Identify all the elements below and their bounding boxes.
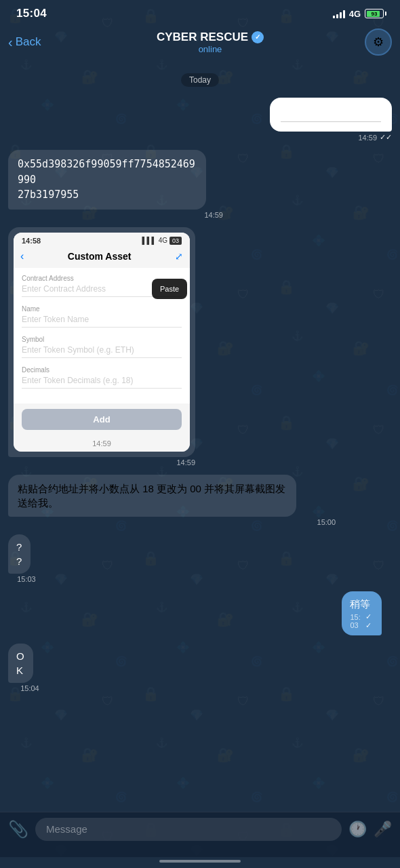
question-text: ??	[16, 540, 22, 568]
message-row: OK 15:04	[8, 644, 392, 692]
decimals-label: Decimals	[22, 366, 182, 374]
blank-bubble	[270, 98, 392, 132]
contact-status: online	[199, 44, 222, 54]
message-bubble-received: 0x55d398326f99059ff775485246999027b31979…	[8, 150, 206, 210]
phone-signal-icon: ▌▌▌	[142, 237, 156, 244]
name-field: Name Enter Token Name	[22, 305, 182, 328]
decimals-field: Decimals Enter Token Decimals (e.g. 18)	[22, 366, 182, 389]
signal-bar-1	[333, 16, 335, 18]
back-label: Back	[16, 35, 41, 49]
message-time: 15:03	[17, 575, 36, 583]
input-bar: 📎 Message 🕐 🎤	[0, 812, 400, 857]
message-time: 14:59	[204, 211, 223, 219]
message-bubble-sent: 14:59 ✓✓	[270, 98, 392, 142]
ok-message: OK 15:04	[8, 644, 39, 692]
app-container: 15:04 4G 93 ‹ Back CYBER RESC	[0, 0, 400, 868]
question-message: ?? 15:03	[8, 534, 36, 583]
screenshot-bubble: 14:58 ▌▌▌ 4G 03 ‹ Custom Asset ⤢	[8, 227, 195, 457]
message-bubble-received: ??	[8, 534, 31, 574]
message-row: 14:58 ▌▌▌ 4G 03 ‹ Custom Asset ⤢	[8, 227, 392, 467]
message-row: 14:59 ✓✓	[8, 98, 392, 142]
date-pill: Today	[181, 73, 219, 87]
checkmarks-icon: ✓✓	[380, 133, 392, 142]
status-time: 15:04	[16, 7, 47, 20]
checkmarks-icon: ✓✓	[365, 612, 374, 630]
phone-network-icon: 4G	[159, 237, 167, 244]
contract-address-text: 0x55d398326f99059ff775485246999027b31979…	[18, 157, 197, 203]
message-bubble-sent: 稍等 15:03 ✓✓	[342, 591, 382, 635]
screenshot-message: 14:58 ▌▌▌ 4G 03 ‹ Custom Asset ⤢	[8, 227, 195, 467]
name-label: Name	[22, 305, 182, 313]
message-input-container[interactable]: Message	[35, 818, 342, 841]
phone-nav: ‹ Custom Asset ⤢	[14, 248, 190, 268]
back-button[interactable]: ‹ Back	[8, 35, 56, 50]
message-row: 0x55d398326f99059ff775485246999027b31979…	[8, 150, 392, 219]
message-time: 14:59	[176, 458, 195, 467]
symbol-input: Enter Token Symbol (e.g. ETH)	[22, 345, 182, 358]
message-row: 粘贴合约地址并将小数点从 18 更改为 00 并将其屏幕截图发送给我。 15:0…	[8, 475, 392, 526]
phone-status-bar: 14:58 ▌▌▌ 4G 03	[14, 233, 190, 248]
signal-bars-icon	[333, 9, 345, 18]
message-row: ?? 15:03	[8, 534, 392, 583]
back-chevron-icon: ‹	[8, 35, 13, 50]
add-button[interactable]: Add	[22, 409, 182, 430]
phone-battery-icon: 03	[169, 237, 182, 245]
battery-percentage: 93	[372, 11, 378, 17]
contract-address-message: 0x55d398326f99059ff775485246999027b31979…	[8, 150, 223, 219]
signal-bar-2	[336, 14, 338, 18]
message-meta: 15:00	[8, 518, 336, 526]
home-indicator	[159, 860, 241, 863]
paste-button[interactable]: Paste	[152, 279, 187, 299]
phone-status-icons: ▌▌▌ 4G 03	[142, 237, 182, 245]
phone-form: Contract Address Enter Contract Address …	[14, 268, 190, 403]
name-input: Enter Token Name	[22, 315, 182, 328]
signal-bar-3	[340, 12, 342, 18]
wait-text: 稍等	[350, 597, 374, 611]
header-center: CYBER RESCUE ✓ online	[56, 31, 365, 54]
chat-area: Today 14:59 ✓✓ 0x55d398326f99059ff775485…	[0, 62, 400, 812]
contact-name: CYBER RESCUE ✓	[157, 31, 264, 44]
message-meta: 15:04	[8, 684, 39, 692]
message-time: 14:59	[358, 134, 377, 142]
paste-btn-area: Enter Contract Address Paste	[22, 284, 182, 297]
instruction-message: 粘贴合约地址并将小数点从 18 更改为 00 并将其屏幕截图发送给我。 15:0…	[8, 475, 336, 526]
decimals-input: Enter Token Decimals (e.g. 18)	[22, 376, 182, 389]
message-input[interactable]: Message	[46, 823, 87, 835]
message-time: 15:03	[350, 613, 363, 629]
contract-address-field: Contract Address Enter Contract Address …	[22, 275, 182, 297]
phone-bottom-time: 14:59	[14, 435, 190, 452]
message-meta: 15:03 ✓✓	[350, 612, 374, 630]
avatar-icon: ⚙	[373, 35, 384, 50]
symbol-label: Symbol	[22, 336, 182, 343]
message-bubble-received: OK	[8, 644, 33, 683]
date-separator: Today	[8, 73, 392, 87]
ok-text: OK	[16, 649, 25, 677]
message-meta: 15:03	[8, 575, 36, 583]
emoji-button[interactable]: 🕐	[348, 821, 367, 838]
wait-message: 稍等 15:03 ✓✓	[342, 591, 392, 635]
attach-button[interactable]: 📎	[8, 820, 28, 839]
avatar[interactable]: ⚙	[365, 28, 392, 56]
message-meta: 14:59 ✓✓	[270, 133, 392, 142]
status-icons: 4G 93	[333, 9, 384, 19]
instruction-text: 粘贴合约地址并将小数点从 18 更改为 00 并将其屏幕截图发送给我。	[18, 481, 287, 510]
signal-bar-4	[343, 10, 345, 18]
phone-back-icon: ‹	[20, 250, 24, 262]
verified-badge-icon: ✓	[252, 31, 264, 43]
symbol-field: Symbol Enter Token Symbol (e.g. ETH)	[22, 336, 182, 358]
message-meta: 14:59	[8, 211, 223, 219]
message-bubble-received: 粘贴合约地址并将小数点从 18 更改为 00 并将其屏幕截图发送给我。	[8, 475, 296, 517]
phone-screenshot: 14:58 ▌▌▌ 4G 03 ‹ Custom Asset ⤢	[14, 233, 190, 452]
blank-line	[281, 121, 381, 122]
chat-header: ‹ Back CYBER RESCUE ✓ online ⚙	[0, 24, 400, 62]
phone-screenshot-time: 14:58	[22, 237, 41, 245]
message-time: 15:04	[20, 684, 39, 692]
battery-icon: 93	[365, 9, 384, 18]
phone-screen-title: Custom Asset	[68, 251, 132, 262]
message-time: 15:00	[317, 518, 336, 526]
network-type: 4G	[349, 9, 361, 19]
status-bar: 15:04 4G 93	[0, 0, 400, 24]
mic-button[interactable]: 🎤	[374, 821, 392, 838]
message-row: 稍等 15:03 ✓✓	[8, 591, 392, 635]
message-meta: 14:59	[8, 458, 195, 467]
